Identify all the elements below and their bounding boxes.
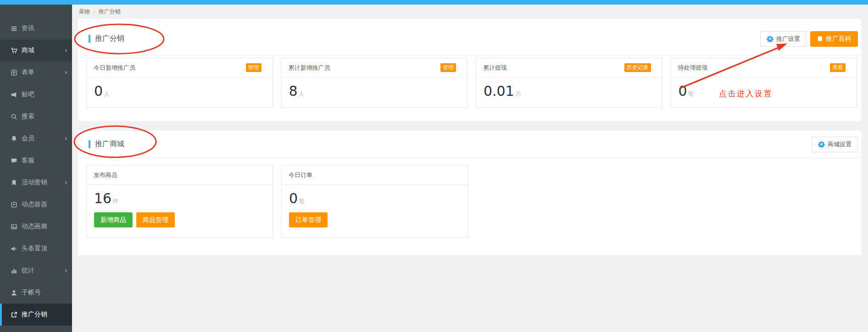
- title-accent-bar: [89, 140, 90, 148]
- content: 推广分销 推广设置 推广百科 今日新增推广员: [72, 19, 868, 255]
- section-title-text: 推广商城: [95, 139, 124, 149]
- card-value: 0: [94, 83, 103, 99]
- stat-card-today-new-promoters: 今日新增推广员 管理 0人: [86, 58, 273, 108]
- header-actions: 推广设置 推广百科: [760, 31, 858, 47]
- card-value: 0.01: [484, 83, 514, 99]
- card-title: 发布商品: [94, 171, 262, 179]
- order-management-button[interactable]: 订单管理: [289, 212, 328, 227]
- promotion-settings-button[interactable]: 推广设置: [760, 31, 807, 47]
- sidebar-item-label: 动态容器: [22, 200, 67, 209]
- stat-cards-row: 今日新增推广员 管理 0人 累计新增推广员 管理 8人: [78, 55, 862, 108]
- chevron-right-icon: ›: [65, 69, 67, 76]
- card-value: 16: [94, 190, 111, 206]
- sidebar-item-label: 子帐号: [22, 288, 67, 297]
- breadcrumb-root[interactable]: 美物: [79, 8, 90, 16]
- card-unit: 人: [299, 90, 305, 98]
- sidebar-item-label: 动态画廊: [22, 222, 67, 231]
- view-badge[interactable]: 查看: [830, 63, 846, 72]
- sidebar-item-forms[interactable]: 表单 ›: [0, 61, 72, 83]
- manage-badge[interactable]: 管理: [440, 63, 456, 72]
- card-value: 8: [289, 83, 298, 99]
- breadcrumb: 美物 › 推广分销: [72, 5, 868, 19]
- bell-icon: [10, 135, 17, 142]
- chevron-right-icon: ›: [65, 179, 67, 186]
- main-area: 美物 › 推广分销 推广分销 推广设置 推广百科: [72, 5, 868, 332]
- sidebar-item-sub-accounts[interactable]: 子帐号: [0, 282, 72, 304]
- sidebar-item-tieba[interactable]: 贴吧: [0, 83, 72, 105]
- share-icon: [10, 311, 17, 318]
- sidebar-item-search[interactable]: 搜索: [0, 105, 72, 127]
- section-title-promotion-distribution: 推广分销: [89, 34, 760, 44]
- button-label: 推广设置: [776, 35, 800, 43]
- form-icon: [10, 69, 17, 76]
- card-unit: 件: [112, 197, 118, 205]
- sidebar-item-customer-service[interactable]: 客服: [0, 149, 72, 172]
- breadcrumb-separator-icon: ›: [93, 9, 95, 15]
- breadcrumb-current: 推广分销: [99, 8, 121, 16]
- sidebar-item-mall[interactable]: 商城 ›: [0, 39, 72, 61]
- card-unit: 人: [104, 90, 110, 98]
- card-today-orders: 今日订单 0笔 订单管理: [281, 165, 468, 238]
- card-unit: 笔: [299, 197, 305, 205]
- sidebar-item-label: 搜索: [22, 112, 67, 121]
- sidebar-item-news[interactable]: 资讯: [0, 17, 72, 39]
- section-title-promotion-mall: 推广商城: [89, 139, 812, 149]
- product-management-button[interactable]: 商品管理: [136, 212, 175, 227]
- news-list-icon: [10, 25, 17, 32]
- card-value: 0: [289, 190, 298, 206]
- sidebar: 资讯 商城 › 表单 › 贴吧 搜索 会员 › 客服 活动营销 › 动态容器 动…: [0, 5, 72, 332]
- sidebar-item-statistics[interactable]: 统计 ›: [0, 260, 72, 282]
- stat-card-total-withdrawal: 累计提现 历史记录 0.01元: [476, 58, 662, 108]
- sidebar-item-label: 客服: [22, 156, 67, 165]
- mall-settings-button[interactable]: 商城设置: [812, 137, 858, 152]
- promotion-distribution-panel: 推广分销 推广设置 推广百科 今日新增推广员: [78, 19, 862, 121]
- chevron-right-icon: ›: [65, 267, 67, 274]
- sidebar-item-label: 头条置顶: [22, 244, 67, 253]
- chevron-right-icon: ›: [65, 135, 67, 142]
- megaphone-icon: [10, 91, 17, 98]
- manage-badge[interactable]: 管理: [246, 63, 262, 72]
- sidebar-item-headline-top[interactable]: 头条置顶: [0, 238, 72, 260]
- speaker-icon: [10, 245, 17, 252]
- button-label: 商城设置: [828, 140, 851, 149]
- card-unit: 笔: [688, 90, 694, 98]
- search-icon: [10, 113, 17, 120]
- sidebar-item-promotion-distribution[interactable]: 推广分销: [0, 304, 72, 326]
- sidebar-item-label: 推广分销: [22, 310, 67, 319]
- add-product-button[interactable]: 新增商品: [94, 212, 133, 227]
- card-title: 累计提现: [483, 64, 624, 72]
- button-label: 推广百科: [826, 35, 851, 43]
- header-actions: 商城设置: [812, 137, 858, 152]
- promotion-wiki-button[interactable]: 推广百科: [810, 31, 858, 47]
- card-unit: 元: [515, 90, 521, 98]
- promotion-mall-panel: 推广商城 商城设置 发布商品 16件: [78, 131, 862, 255]
- card-value: 0: [679, 83, 687, 99]
- panel-header: 推广商城 商城设置: [78, 131, 862, 158]
- title-accent-bar: [89, 35, 90, 43]
- sidebar-item-label: 统计: [22, 266, 65, 275]
- sidebar-item-label: 会员: [22, 134, 65, 143]
- stats-icon: [10, 267, 17, 274]
- sidebar-item-label: 活动营销: [22, 178, 65, 187]
- gear-icon: [767, 35, 773, 42]
- panel-header: 推广分销 推广设置 推广百科: [78, 19, 862, 55]
- sidebar-item-activity-marketing[interactable]: 活动营销 ›: [0, 172, 72, 194]
- card-published-products: 发布商品 16件 新增商品 商品管理: [86, 165, 273, 238]
- mall-cards-row: 发布商品 16件 新增商品 商品管理 今日订单 0笔: [78, 158, 862, 238]
- top-accent-bar: [0, 0, 868, 5]
- card-title: 今日订单: [289, 171, 456, 179]
- sidebar-item-label: 商城: [22, 46, 65, 55]
- cart-icon: [10, 47, 17, 54]
- user-icon: [10, 289, 17, 296]
- sidebar-item-label: 贴吧: [22, 90, 67, 99]
- chevron-right-icon: ›: [65, 47, 67, 54]
- stat-card-total-new-promoters: 累计新增推广员 管理 8人: [281, 58, 468, 108]
- sidebar-item-dynamic-gallery[interactable]: 动态画廊: [0, 216, 72, 238]
- history-badge[interactable]: 历史记录: [624, 63, 651, 72]
- sidebar-item-label: 表单: [22, 68, 65, 77]
- container-icon: [10, 201, 17, 208]
- chat-icon: [10, 157, 17, 164]
- sidebar-item-dynamic-container[interactable]: 动态容器: [0, 194, 72, 216]
- sidebar-item-members[interactable]: 会员 ›: [0, 127, 72, 149]
- card-title: 今日新增推广员: [94, 64, 246, 72]
